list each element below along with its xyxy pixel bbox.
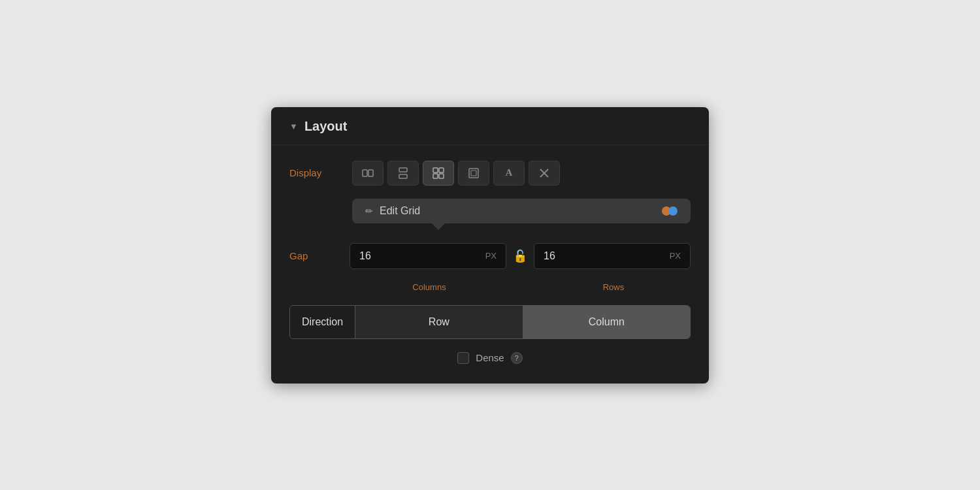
gap-columns-value: 16: [359, 250, 371, 262]
columns-label: Columns: [352, 282, 506, 292]
svg-rect-8: [469, 169, 478, 178]
panel-header: ▼ Layout: [271, 107, 709, 145]
svg-rect-6: [433, 174, 438, 178]
display-row: Display: [289, 161, 691, 186]
rows-label: Rows: [536, 282, 691, 292]
panel-title: Layout: [304, 119, 348, 134]
svg-rect-7: [439, 174, 444, 178]
dense-help-icon[interactable]: ?: [511, 352, 523, 364]
display-flex-col-button[interactable]: [387, 161, 419, 186]
edit-grid-arrow: [431, 222, 446, 230]
gap-rows-value: 16: [544, 250, 555, 262]
svg-rect-4: [433, 168, 438, 172]
display-buttons: A: [352, 161, 560, 186]
panel-body: Display: [271, 145, 709, 364]
gap-rows-input[interactable]: 16 PX: [534, 243, 691, 269]
svg-rect-0: [363, 170, 367, 176]
dot-blue: [668, 206, 678, 216]
layout-panel: ▼ Layout Display: [271, 107, 709, 384]
direction-label: Direction: [290, 306, 355, 338]
svg-rect-2: [399, 168, 407, 172]
direction-row-button[interactable]: Row: [355, 306, 523, 338]
direction-row: Direction Row Column: [289, 305, 691, 339]
dense-label: Dense: [476, 352, 504, 363]
color-dots: [662, 206, 678, 216]
dense-row: Dense ?: [289, 352, 691, 364]
display-flex-row-button[interactable]: [352, 161, 384, 186]
gap-label: Gap: [289, 250, 342, 261]
dense-checkbox[interactable]: [457, 352, 469, 364]
gap-inputs: 16 PX 🔓 16 PX: [350, 243, 691, 269]
chevron-down-icon: ▼: [289, 122, 298, 131]
display-text-button[interactable]: A: [493, 161, 525, 186]
gap-rows-unit: PX: [670, 251, 681, 261]
edit-grid-label: Edit Grid: [380, 205, 655, 217]
display-block-button[interactable]: [458, 161, 489, 186]
col-row-labels: Columns Rows: [352, 282, 691, 292]
display-none-button[interactable]: [529, 161, 560, 186]
display-label: Display: [289, 167, 342, 178]
lock-icon[interactable]: 🔓: [513, 249, 527, 263]
svg-rect-3: [399, 174, 407, 178]
pencil-icon: ✏: [365, 206, 373, 216]
gap-columns-input[interactable]: 16 PX: [350, 243, 506, 269]
svg-rect-5: [439, 168, 444, 172]
edit-grid-button[interactable]: ✏ Edit Grid: [352, 199, 691, 223]
svg-rect-9: [471, 171, 476, 176]
direction-column-button[interactable]: Column: [523, 306, 690, 338]
svg-rect-1: [368, 170, 373, 176]
edit-grid-wrapper: ✏ Edit Grid: [352, 199, 691, 230]
display-grid-button[interactable]: [423, 161, 454, 186]
gap-columns-unit: PX: [485, 251, 497, 261]
gap-row: Gap 16 PX 🔓 16 PX: [289, 243, 691, 269]
